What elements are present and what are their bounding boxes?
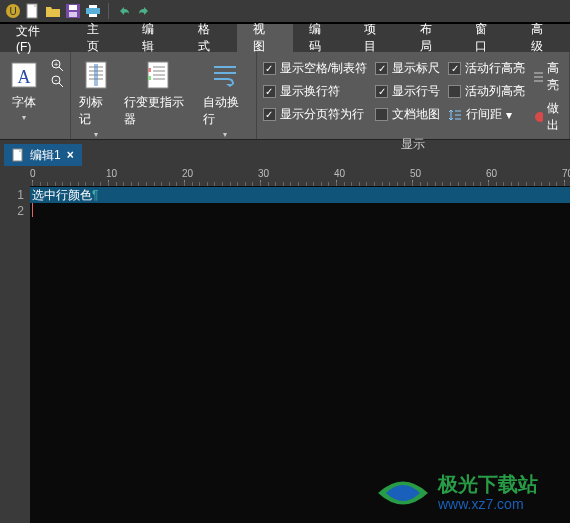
document-change-icon bbox=[142, 58, 174, 92]
menu-project[interactable]: 项目 bbox=[348, 24, 404, 52]
gutter-corner bbox=[0, 166, 30, 186]
checkbox-icon: ✓ bbox=[263, 62, 276, 75]
ruler: 010203040506070 bbox=[30, 166, 570, 186]
font-button[interactable]: A 字体 ▾ bbox=[6, 56, 42, 124]
app-icon[interactable]: U bbox=[4, 2, 22, 20]
svg-text:U: U bbox=[9, 6, 16, 17]
chevron-down-icon: ▾ bbox=[22, 113, 26, 122]
svg-rect-25 bbox=[148, 68, 151, 72]
menu-window[interactable]: 窗口 bbox=[459, 24, 515, 52]
ribbon-group-display-label: 显示 bbox=[263, 134, 563, 155]
svg-text:+: + bbox=[54, 60, 59, 69]
make-icon bbox=[533, 110, 543, 124]
close-icon[interactable]: × bbox=[67, 148, 74, 162]
highlight-icon bbox=[533, 70, 543, 84]
svg-text:A: A bbox=[18, 67, 31, 87]
separator bbox=[108, 3, 109, 19]
check-show-space-tab[interactable]: ✓ 显示空格/制表符 bbox=[263, 60, 367, 77]
col-marker-button[interactable]: 列标记 ▾ bbox=[77, 56, 114, 141]
document-icon bbox=[12, 148, 24, 162]
redo-icon[interactable] bbox=[135, 2, 153, 20]
check-show-linebreak[interactable]: ✓ 显示换行符 bbox=[263, 83, 340, 100]
new-file-icon[interactable] bbox=[24, 2, 42, 20]
chevron-down-icon: ▾ bbox=[94, 130, 98, 139]
svg-rect-9 bbox=[89, 14, 97, 17]
save-icon[interactable] bbox=[64, 2, 82, 20]
svg-text:-: - bbox=[55, 75, 58, 84]
paragraph-mark-icon: ¶ bbox=[92, 188, 98, 202]
check-label: 显示空格/制表符 bbox=[280, 60, 367, 77]
font-icon: A bbox=[8, 58, 40, 92]
chevron-down-icon: ▾ bbox=[506, 108, 512, 122]
change-indicator-button[interactable]: 行变更指示器 bbox=[122, 56, 193, 130]
chevron-down-icon: ▾ bbox=[223, 130, 227, 139]
zoom-in-icon[interactable]: + bbox=[50, 58, 64, 72]
check-label: 活动列高亮 bbox=[465, 83, 525, 100]
auto-wrap-label: 自动换行 bbox=[203, 94, 248, 128]
ribbon-group-font: A 字体 ▾ + - bbox=[0, 52, 71, 139]
highlight-label: 高亮 bbox=[547, 60, 563, 94]
check-show-pagebreak[interactable]: ✓ 显示分页符为行 bbox=[263, 106, 364, 123]
checkbox-icon: ✓ bbox=[375, 85, 388, 98]
checkbox-icon: ✓ bbox=[263, 85, 276, 98]
svg-line-16 bbox=[59, 83, 63, 87]
line-number-gutter: 1 2 bbox=[0, 186, 30, 523]
caret-icon bbox=[32, 203, 33, 217]
svg-rect-23 bbox=[94, 64, 98, 86]
checkbox-icon bbox=[448, 85, 461, 98]
check-label: 显示换行符 bbox=[280, 83, 340, 100]
menu-format[interactable]: 格式 bbox=[182, 24, 238, 52]
line-number: 2 bbox=[0, 203, 24, 219]
document-tab[interactable]: 编辑1 × bbox=[4, 144, 82, 166]
auto-wrap-button[interactable]: 自动换行 ▾ bbox=[201, 56, 250, 141]
check-show-ruler[interactable]: ✓ 显示标尺 bbox=[375, 60, 440, 77]
menu-layout[interactable]: 布局 bbox=[404, 24, 460, 52]
svg-rect-6 bbox=[69, 12, 77, 17]
code-line bbox=[30, 203, 570, 219]
check-show-lineno[interactable]: ✓ 显示行号 bbox=[375, 83, 440, 100]
code-text: 选中行颜色 bbox=[32, 188, 92, 202]
tab-title: 编辑1 bbox=[30, 147, 61, 164]
highlight-button[interactable]: 高亮 bbox=[533, 60, 563, 94]
checkbox-icon: ✓ bbox=[448, 62, 461, 75]
check-label: 文档地图 bbox=[392, 106, 440, 123]
document-lines-icon bbox=[80, 58, 112, 92]
checkbox-icon bbox=[375, 108, 388, 121]
check-label: 活动行高亮 bbox=[465, 60, 525, 77]
font-label: 字体 bbox=[12, 94, 36, 111]
svg-rect-5 bbox=[69, 5, 77, 10]
menu-encoding[interactable]: 编码 bbox=[293, 24, 349, 52]
col-marker-label: 列标记 bbox=[79, 94, 112, 128]
zoom-out-icon[interactable]: - bbox=[50, 74, 64, 88]
ribbon-group-markers: 列标记 ▾ 行变更指示器 自动换行 ▾ bbox=[71, 52, 257, 139]
checkbox-icon: ✓ bbox=[263, 108, 276, 121]
menu-file[interactable]: 文件(F) bbox=[0, 24, 71, 52]
check-label: 显示行号 bbox=[392, 83, 440, 100]
line-number: 1 bbox=[0, 187, 24, 203]
menu-bar: 文件(F) 主页 编辑 格式 视图 编码 项目 布局 窗口 高级 bbox=[0, 24, 570, 52]
menu-edit[interactable]: 编辑 bbox=[126, 24, 182, 52]
check-label: 显示分页符为行 bbox=[280, 106, 364, 123]
ribbon-group-display: ✓ 显示空格/制表符 ✓ 显示换行符 ✓ 显示分页符为行 bbox=[257, 52, 570, 139]
line-spacing-label: 行间距 bbox=[466, 106, 502, 123]
line-spacing-button[interactable]: 行间距 ▾ bbox=[448, 106, 512, 123]
check-label: 显示标尺 bbox=[392, 60, 440, 77]
ruler-area: 010203040506070 bbox=[0, 166, 570, 186]
wrap-icon bbox=[209, 58, 241, 92]
check-active-row-highlight[interactable]: ✓ 活动行高亮 bbox=[448, 60, 525, 77]
checkbox-icon: ✓ bbox=[375, 62, 388, 75]
check-active-col-highlight[interactable]: 活动列高亮 bbox=[448, 83, 525, 100]
open-file-icon[interactable] bbox=[44, 2, 62, 20]
editor-area: 1 2 选中行颜色¶ bbox=[0, 186, 570, 523]
code-line: 选中行颜色¶ bbox=[30, 187, 570, 203]
check-doc-map[interactable]: 文档地图 bbox=[375, 106, 440, 123]
print-icon[interactable] bbox=[84, 2, 102, 20]
make-button[interactable]: 做出 bbox=[533, 100, 563, 134]
menu-advanced[interactable]: 高级 bbox=[515, 24, 571, 52]
menu-home[interactable]: 主页 bbox=[71, 24, 127, 52]
svg-marker-33 bbox=[226, 84, 234, 87]
code-editor[interactable]: 选中行颜色¶ bbox=[30, 186, 570, 523]
undo-icon[interactable] bbox=[115, 2, 133, 20]
menu-view[interactable]: 视图 bbox=[237, 24, 293, 52]
line-spacing-icon bbox=[448, 108, 462, 122]
